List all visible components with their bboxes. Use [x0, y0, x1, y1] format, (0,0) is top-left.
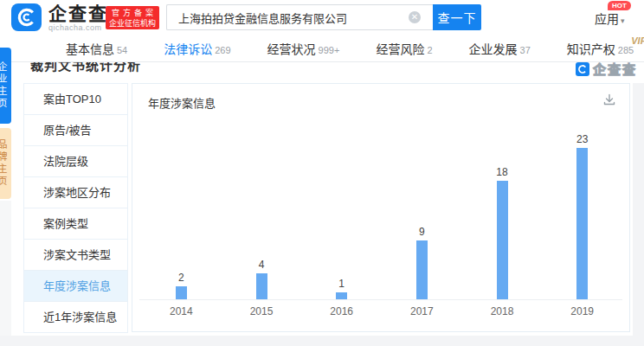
- watermark-logo-icon: [576, 62, 589, 76]
- nav-tab-count: 285: [618, 45, 634, 55]
- nav-tab-5[interactable]: 知识产权285: [549, 40, 644, 57]
- nav-tab-2[interactable]: 经营状况999+: [249, 40, 358, 57]
- badge-line1: 官方备案: [112, 8, 157, 18]
- nav-tab-label: 法律诉讼: [164, 42, 212, 56]
- nav-tabs: 基本信息54法律诉讼269经营状况999+经营风险2企业发展37知识产权285历…: [48, 40, 644, 57]
- nav-tab-label: 基本信息: [66, 42, 114, 56]
- nav-tab-count: 2: [427, 45, 432, 55]
- yearly-case-chart-panel: 年度涉案信息 22014420151201692017182018232019: [132, 83, 630, 332]
- apps-menu[interactable]: 应用▾: [595, 10, 625, 27]
- vip-flag: VIP: [631, 35, 644, 46]
- badge-line2: 企业征信机构: [109, 18, 156, 29]
- search-button[interactable]: 查一下: [433, 4, 481, 30]
- nav-tab-3[interactable]: 经营风险2: [357, 40, 450, 57]
- nav-tab-count: 999+: [319, 45, 340, 55]
- bar-2019: [576, 148, 588, 299]
- bar-2014: [176, 286, 187, 299]
- header: 企查查 qichacha.com 官方备案 企业征信机构 ✕ 查一下 应用▾ H…: [0, 0, 644, 35]
- bar-value-label: 1: [338, 278, 345, 290]
- nav-tab-count: 54: [117, 45, 127, 55]
- page-background-left: [0, 201, 11, 336]
- brand-name: 企查查: [48, 4, 108, 23]
- bar-value-label: 9: [419, 226, 425, 238]
- x-axis-tick-label: 2014: [170, 305, 193, 317]
- x-axis-tick-label: 2017: [410, 305, 434, 317]
- nav-tab-0[interactable]: 基本信息54: [48, 40, 145, 57]
- nav-tab-label: 经营风险: [376, 42, 424, 56]
- sidebar-item-5[interactable]: 涉案文书类型: [23, 239, 128, 271]
- watermark-text: 企查查: [593, 61, 637, 76]
- sidebar-item-4[interactable]: 案例类型: [23, 208, 128, 240]
- sidebar-item-0[interactable]: 案由TOP10: [23, 83, 128, 115]
- side-tab-company-homepage[interactable]: 企业主页: [0, 48, 11, 124]
- bar-value-label: 2: [178, 272, 184, 284]
- nav-tab-label: 经营状况: [267, 42, 316, 56]
- nav-tab-count: 37: [520, 45, 531, 55]
- chevron-down-icon: ▾: [621, 16, 625, 25]
- bar-2018: [497, 181, 508, 299]
- nav-tab-label: 知识产权: [567, 42, 615, 56]
- nav-tab-count: 269: [215, 45, 230, 55]
- sidebar-item-1[interactable]: 原告/被告: [23, 114, 128, 146]
- official-certification-badge: 官方备案 企业征信机构: [106, 6, 159, 29]
- nav-tab-4[interactable]: 企业发展37: [451, 40, 549, 57]
- qichacha-logo-icon[interactable]: [11, 3, 42, 31]
- search-input[interactable]: [166, 4, 433, 30]
- section-title: 裁判文书统计分析: [30, 62, 141, 74]
- bar-chart-area: 22014420151201692017182018232019: [132, 84, 629, 331]
- x-axis-tick-label: 2019: [570, 305, 594, 317]
- page-background-right: [633, 83, 644, 346]
- x-axis-tick-label: 2015: [250, 305, 274, 317]
- side-tab-brand-homepage[interactable]: 品牌主页: [0, 128, 11, 199]
- bar-value-label: 23: [576, 133, 588, 145]
- logo-c-glyph: [16, 6, 38, 29]
- watermark-c-glyph: [577, 64, 588, 74]
- nav-tabbar: 基本信息54法律诉讼269经营状况999+经营风险2企业发展37知识产权285历…: [0, 35, 644, 62]
- bar-2017: [416, 240, 428, 299]
- brand-text: 企查查 qichacha.com: [48, 4, 108, 32]
- bar-value-label: 4: [259, 259, 265, 271]
- bar-2016: [336, 292, 347, 299]
- nav-tab-1[interactable]: 法律诉讼269: [145, 40, 248, 57]
- section-title-clip: 裁判文书统计分析: [30, 62, 141, 75]
- sidebar-item-7[interactable]: 近1年涉案信息: [23, 301, 128, 333]
- sidebar-item-6[interactable]: 年度涉案信息: [23, 270, 128, 302]
- bar-value-label: 18: [496, 166, 507, 178]
- sidebar-item-3[interactable]: 涉案地区分布: [23, 176, 128, 208]
- page-background-bottom: [0, 336, 644, 346]
- litigation-stats-sidebar: 案由TOP10原告/被告法院层级涉案地区分布案例类型涉案文书类型年度涉案信息近1…: [23, 83, 128, 333]
- clear-search-icon[interactable]: ✕: [409, 11, 421, 23]
- x-axis-tick-label: 2018: [491, 305, 514, 317]
- qichacha-watermark: 企查查: [576, 61, 637, 76]
- apps-label: 应用: [595, 12, 619, 26]
- bar-2015: [256, 273, 267, 299]
- nav-tab-label: 企业发展: [469, 42, 518, 56]
- sidebar-item-2[interactable]: 法院层级: [23, 145, 128, 177]
- hot-badge: HOT: [608, 1, 631, 10]
- brand-domain: qichacha.com: [48, 23, 108, 32]
- x-axis-tick-label: 2016: [330, 305, 353, 317]
